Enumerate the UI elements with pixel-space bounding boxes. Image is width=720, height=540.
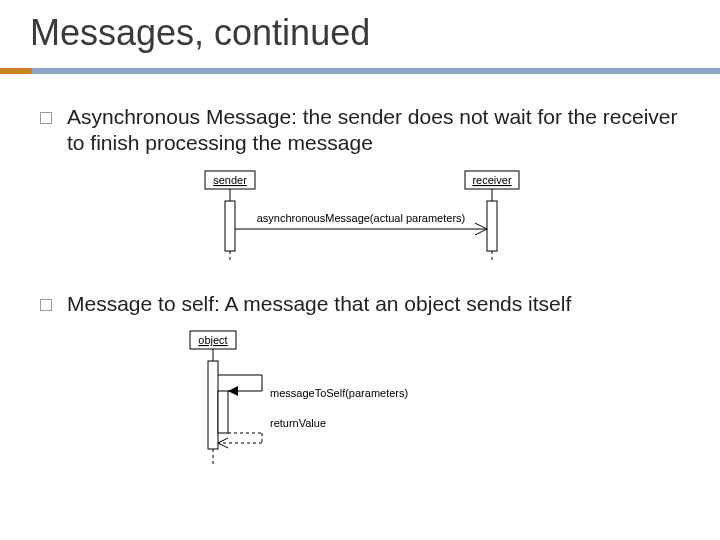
bullet-item: Asynchronous Message: the sender does no…	[40, 104, 690, 157]
lifeline-label-sender: sender	[213, 174, 247, 186]
return-label-self: returnValue	[270, 417, 326, 429]
lifeline-label-receiver: receiver	[472, 174, 511, 186]
bullet-text: Message to self: A message that an objec…	[67, 291, 571, 317]
bullet-marker-icon	[40, 112, 52, 124]
svg-rect-4	[225, 201, 235, 251]
svg-line-10	[475, 229, 487, 235]
slide-title: Messages, continued	[0, 0, 720, 54]
message-label-self: messageToSelf(parameters)	[270, 387, 408, 399]
bullet-item: Message to self: A message that an objec…	[40, 291, 690, 317]
svg-rect-5	[487, 201, 497, 251]
svg-rect-13	[208, 361, 218, 449]
title-underline	[0, 68, 720, 74]
lifeline-label-object: object	[198, 334, 227, 346]
svg-line-23	[218, 438, 228, 443]
message-label-async: asynchronousMessage(actual parameters)	[257, 212, 466, 224]
bullet-text: Asynchronous Message: the sender does no…	[67, 104, 690, 157]
title-underline-accent	[0, 68, 32, 74]
svg-line-9	[475, 223, 487, 229]
svg-rect-19	[218, 391, 228, 433]
bullet-marker-icon	[40, 299, 52, 311]
diagram-async-message: sender receiver asynchronousMessage(actu…	[165, 167, 565, 271]
diagram-message-to-self: object messa	[170, 327, 470, 471]
svg-line-24	[218, 443, 228, 448]
svg-marker-18	[228, 386, 238, 396]
